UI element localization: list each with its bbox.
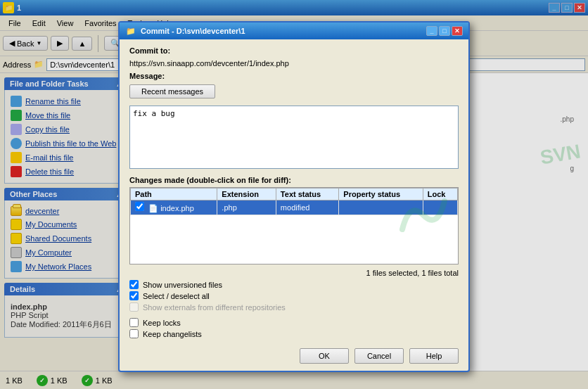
modal-title-text: Commit - D:\svn\devcenter\1 — [141, 27, 245, 35]
help-button[interactable]: Help — [409, 348, 459, 364]
col-property-status: Property status — [339, 189, 423, 200]
modal-footer: OK Cancel Help — [129, 344, 459, 364]
show-unversioned-row: Show unversioned files — [129, 280, 459, 289]
file-count-label: 1 files selected, 1 files total — [129, 269, 459, 277]
cancel-button[interactable]: Cancel — [354, 348, 404, 364]
keep-locks-checkbox[interactable] — [129, 318, 139, 327]
commit-to-row: Commit to: — [129, 46, 459, 55]
modal-body: Commit to: https://svn.sinaapp.com/devce… — [120, 39, 468, 371]
changes-table-container: Path Extension Text status Property stat… — [129, 187, 459, 264]
recent-messages-container: Recent messages — [129, 84, 459, 103]
show-externals-row: Show externals from different repositori… — [129, 302, 459, 312]
commit-url: https://svn.sinaapp.com/devcenter/1/inde… — [129, 59, 289, 68]
col-extension: Extension — [217, 189, 276, 200]
show-unversioned-label[interactable]: Show unversioned files — [143, 281, 222, 289]
commit-to-label: Commit to: — [129, 46, 170, 55]
show-externals-checkbox — [129, 302, 139, 312]
ok-button[interactable]: OK — [300, 348, 349, 364]
keep-locks-row: Keep locks — [129, 318, 459, 327]
modal-overlay: 📁 Commit - D:\svn\devcenter\1 _ □ ✕ Comm… — [0, 0, 588, 389]
commit-url-row: https://svn.sinaapp.com/devcenter/1/inde… — [129, 59, 459, 68]
row-filename: index.php — [160, 204, 194, 212]
col-lock: Lock — [423, 189, 457, 200]
table-row[interactable]: 📄 index.php .php modified — [131, 200, 458, 215]
message-label-row: Message: — [129, 72, 459, 80]
row-path: 📄 index.php — [131, 200, 217, 215]
select-deselect-label[interactable]: Select / deselect all — [143, 292, 210, 300]
row-text-status: modified — [276, 200, 338, 215]
row-extension: .php — [217, 200, 276, 215]
message-textarea[interactable]: fix a bug — [129, 106, 459, 169]
recent-messages-button[interactable]: Recent messages — [129, 84, 215, 98]
select-deselect-row: Select / deselect all — [129, 291, 459, 300]
row-lock — [423, 200, 457, 215]
modal-title-icon: 📁 — [125, 25, 136, 37]
changes-label: Changes made (double-click on file for d… — [129, 176, 459, 184]
show-unversioned-checkbox[interactable] — [129, 280, 139, 289]
keep-locks-label[interactable]: Keep locks — [143, 319, 181, 327]
col-path: Path — [131, 189, 217, 200]
modal-title-bar: 📁 Commit - D:\svn\devcenter\1 _ □ ✕ — [120, 23, 468, 39]
modal-minimize-btn[interactable]: _ — [426, 26, 437, 36]
keep-changelists-row: Keep changelists — [129, 329, 459, 338]
changes-table: Path Extension Text status Property stat… — [130, 188, 458, 215]
show-externals-label: Show externals from different repositori… — [143, 303, 286, 312]
modal-close-btn[interactable]: ✕ — [452, 26, 463, 36]
message-label: Message: — [129, 72, 165, 80]
modal-title-buttons: _ □ ✕ — [426, 26, 463, 36]
keep-changelists-label[interactable]: Keep changelists — [143, 330, 202, 338]
changes-table-wrapper: Path Extension Text status Property stat… — [129, 187, 459, 264]
keep-changelists-checkbox[interactable] — [129, 329, 139, 338]
row-file-icon: 📄 — [148, 204, 158, 212]
row-checkbox[interactable] — [135, 202, 144, 211]
col-text-status: Text status — [276, 189, 338, 200]
row-property-status — [339, 200, 423, 215]
commit-dialog: 📁 Commit - D:\svn\devcenter\1 _ □ ✕ Comm… — [118, 21, 470, 372]
modal-maximize-btn[interactable]: □ — [439, 26, 450, 36]
select-deselect-checkbox[interactable] — [129, 291, 139, 300]
